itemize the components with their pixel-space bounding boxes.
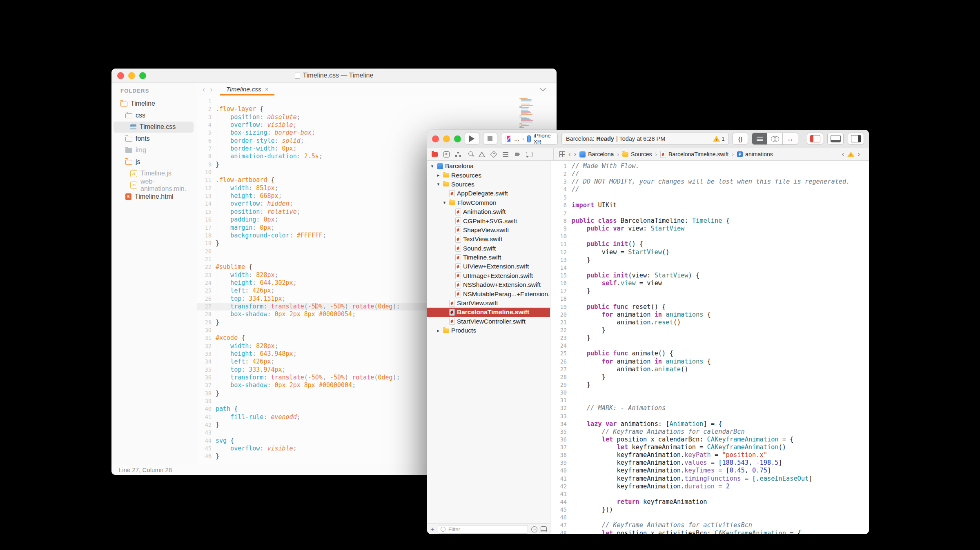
related-items-icon[interactable] [559,151,565,157]
code-line[interactable]: 26 for animation in animations { [550,358,869,366]
code-line[interactable]: 33 [550,412,869,420]
recent-files-icon[interactable] [531,526,537,532]
sidebar-item-timeline[interactable]: Timeline [111,98,197,110]
sidebar-item-fonts[interactable]: fonts [111,133,197,145]
stop-button[interactable] [483,133,498,145]
tree-item-startviewcontroller-swift[interactable]: StartViewController.swift [427,317,550,326]
code-line[interactable]: 27 animation.animate() [550,366,869,373]
scheme-selector[interactable]: … › iPhone XR [501,133,558,145]
next-issue-icon[interactable]: › [858,150,860,158]
tree-item-uiview-extension-swift[interactable]: UIView+Extension.swift [427,262,550,271]
tree-item-shapeview-swift[interactable]: ShapeView.swift [427,226,550,235]
project-navigator-icon[interactable] [430,150,439,158]
code-line[interactable]: 35 // Keyframe Animations for calendarBc… [550,428,869,436]
code-line[interactable]: 43 [550,490,869,498]
code-line[interactable]: 37 let keyframeAnimation = CAKeyframeAni… [550,444,869,451]
tree-item-products[interactable]: ▸Products [427,326,550,335]
sidebar-item-css[interactable]: css [111,110,197,122]
toggle-navigator-button[interactable] [807,133,823,145]
code-line[interactable]: 34 lazy var animations: [Animation] = { [550,420,869,428]
toggle-debug-area-button[interactable] [827,133,844,145]
code-line[interactable]: 1 [197,98,557,105]
tree-item-barcelonatimeline-swift[interactable]: BarcelonaTimeline.swift [427,308,550,317]
tree-item-textview-swift[interactable]: TextView.swift [427,235,550,244]
code-line[interactable]: 46 [550,514,869,521]
code-line[interactable]: 45 }() [550,506,869,514]
breadcrumb-item-barcelona[interactable]: Barcelona [579,151,614,157]
code-line[interactable]: 6import UIKit [550,202,869,209]
disclosure-closed-icon[interactable]: ▸ [436,173,441,177]
code-line[interactable]: 3 position: absolute; [197,113,557,121]
assistant-editor-button[interactable] [767,133,783,144]
tree-item-animation-swift[interactable]: Animation.swift [427,207,550,216]
code-line[interactable]: 23 } [550,334,869,342]
code-line[interactable]: 13 } [550,256,869,264]
code-line[interactable]: 48 let position_x_activitiesBcn: CAKeyfr… [550,530,869,534]
code-line[interactable]: 14 [550,264,869,272]
tab-timeline-css[interactable]: Timeline.css × [220,83,275,95]
warning-icon[interactable] [847,152,854,157]
code-line[interactable]: 24 [550,342,869,350]
code-line[interactable]: 25 public func animate() { [550,350,869,357]
code-line[interactable]: 41 keyframeAnimation.timingFunctions = [… [550,475,869,483]
test-navigator-icon[interactable] [490,150,498,158]
prev-issue-icon[interactable]: ‹ [842,150,844,158]
back-icon[interactable]: ‹ [568,150,571,158]
code-line[interactable]: 7 [550,209,869,217]
run-button[interactable] [465,133,479,145]
code-line[interactable]: 3// DO NOT MODIFY, your changes will be … [550,178,869,186]
sidebar-item-js[interactable]: js [111,156,197,168]
code-line[interactable]: 29 } [550,381,869,389]
forward-icon[interactable]: › [574,150,577,158]
tree-item-sources[interactable]: ▾Sources [427,180,550,189]
zoom-button[interactable] [454,135,461,142]
tree-item-sound-swift[interactable]: Sound.swift [427,244,550,253]
tree-item-nsshadow-extension-swift[interactable]: NSShadow+Extension.swift [427,280,550,289]
filter-input[interactable] [448,526,525,533]
code-line[interactable]: 2// [550,170,869,178]
code-line[interactable]: 12 view = StartView() [550,248,869,256]
minimap[interactable] [519,98,539,131]
titlebar[interactable]: Timeline.css — Timeline [111,69,557,83]
tree-item-resources[interactable]: ▸Resources [427,171,550,180]
disclosure-closed-icon[interactable]: ▸ [436,328,441,333]
code-line[interactable]: 8public class BarcelonaTimeline: Timelin… [550,217,869,225]
report-navigator-icon[interactable] [525,150,533,158]
tree-item-flowcommon[interactable]: ▾FlowCommon [427,198,550,207]
tree-item-appdelegate-swift[interactable]: AppDelegate.swift [427,189,550,198]
add-button[interactable]: + [430,526,434,533]
breadcrumb-item-sources[interactable]: Sources [622,151,652,157]
breadcrumb-item-barcelonatimeline-swift[interactable]: BarcelonaTimeline.swift [660,151,728,158]
breadcrumb-item-animations[interactable]: Panimations [737,151,773,157]
code-line[interactable]: 30 [550,389,869,397]
code-line[interactable]: 47 // Keyframe Animations for activities… [550,521,869,529]
code-line[interactable]: 16 self.view = view [550,279,869,287]
library-button[interactable]: {} [733,133,748,145]
tree-item-barcelona[interactable]: ▾Barcelona [427,162,550,171]
code-line[interactable]: 17 } [550,287,869,295]
code-line[interactable]: 36 let position_x_calendarBcn: CAKeyfram… [550,436,869,444]
code-line[interactable]: 44 return keyframeAnimation [550,498,869,506]
symbol-navigator-icon[interactable] [454,150,462,158]
breakpoint-navigator-icon[interactable] [513,150,521,158]
code-line[interactable]: 4 overflow: visible; [197,121,557,129]
code-line[interactable]: 38 keyframeAnimation.keyPath = "position… [550,451,869,459]
code-line[interactable]: 1// Made With Flow. [550,162,869,170]
tree-item-nsmutableparag-extension-swift[interactable]: NSMutableParag...+Extension.swift [427,289,550,298]
tab-close-icon[interactable]: × [265,86,269,93]
tree-item-cgpath-svg-swift[interactable]: CGPath+SVG.swift [427,216,550,225]
issue-navigator-icon[interactable] [478,150,486,158]
version-editor-button[interactable]: ↔ [783,133,798,144]
code-line[interactable]: 42 keyframeAnimation.duration = 2 [550,483,869,490]
filter-field[interactable] [438,525,528,534]
code-line[interactable]: 28 } [550,373,869,381]
debug-navigator-icon[interactable] [501,150,510,158]
code-line[interactable]: 32 // MARK: - Animations [550,404,869,412]
source-control-icon[interactable]: × [442,150,450,158]
code-line[interactable]: 2.flow-layer { [197,105,557,113]
code-line[interactable]: 22 } [550,326,869,334]
code-line[interactable]: 5 [550,194,869,202]
close-button[interactable] [432,135,439,142]
back-icon[interactable]: ‹ [203,83,205,95]
warning-icon[interactable] [713,136,720,142]
